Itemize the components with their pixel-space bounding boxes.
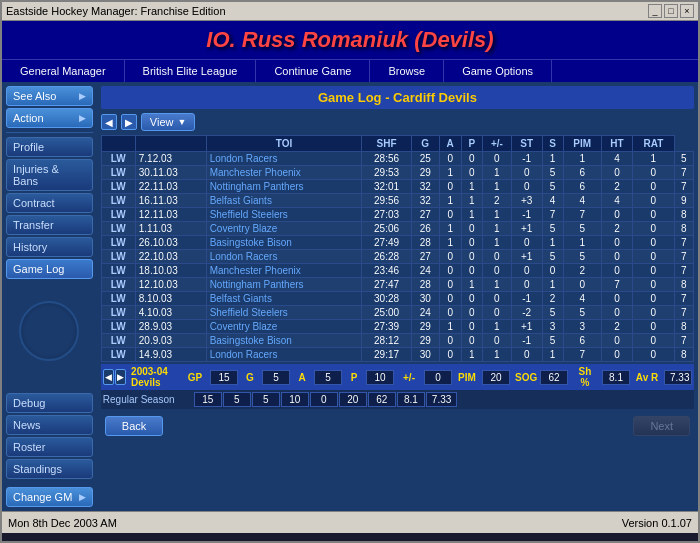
row-shf: 30 (411, 292, 439, 306)
row-p: 1 (482, 222, 511, 236)
nav-browse[interactable]: Browse (370, 60, 444, 82)
summary-next-button[interactable]: ▶ (115, 369, 126, 385)
prev-page-button[interactable]: ◀ (101, 114, 117, 130)
sidebar-item-standings[interactable]: Standings (6, 459, 93, 479)
row-s: 6 (563, 334, 601, 348)
row-toi: 29:17 (362, 348, 411, 362)
row-s: 3 (563, 320, 601, 334)
sidebar-item-transfer[interactable]: Transfer (6, 215, 93, 235)
row-team: Manchester Phoenix (206, 166, 362, 180)
next-page-button[interactable]: ▶ (121, 114, 137, 130)
sidebar-item-profile[interactable]: Profile (6, 137, 93, 157)
summary-pm: 0 (424, 370, 452, 385)
sidebar-item-history[interactable]: History (6, 237, 93, 257)
col-toi: TOI (206, 136, 362, 152)
row-p: 1 (482, 278, 511, 292)
row-a: 0 (461, 152, 482, 166)
row-pm: 0 (511, 278, 542, 292)
summary-sog: 62 (540, 370, 568, 385)
row-g: 0 (439, 250, 461, 264)
row-rat: 7 (674, 250, 693, 264)
nav-general-manager[interactable]: General Manager (2, 60, 125, 82)
row-toi: 28:12 (362, 334, 411, 348)
game-table: TOI SHF G A P +/- ST S PIM HT RAT LW (101, 135, 694, 362)
reg-sog: 62 (368, 392, 396, 407)
row-ht: 0 (633, 348, 674, 362)
row-g: 1 (439, 320, 461, 334)
nav-game-options[interactable]: Game Options (444, 60, 552, 82)
row-a: 1 (461, 278, 482, 292)
table-row: LW 30.11.03 Manchester Phoenix 29:53 29 … (101, 166, 693, 180)
row-team: Coventry Blaze (206, 320, 362, 334)
row-toi: 23:46 (362, 264, 411, 278)
page-title: Game Log - Cardiff Devils (101, 86, 694, 109)
close-button[interactable]: × (680, 4, 694, 18)
pm-header: +/- (395, 372, 423, 383)
row-ht: 0 (633, 306, 674, 320)
table-row: LW 26.10.03 Basingstoke Bison 27:49 28 1… (101, 236, 693, 250)
row-toi: 30:28 (362, 292, 411, 306)
avr-header: Av R (631, 372, 663, 383)
table-row: LW 12.11.03 Sheffield Steelers 27:03 27 … (101, 208, 693, 222)
reg-p: 10 (281, 392, 309, 407)
sidebar-logo (6, 291, 93, 371)
row-pim: 0 (601, 236, 632, 250)
row-pim: 0 (601, 334, 632, 348)
row-pm: -1 (511, 334, 542, 348)
sidebar-item-game-log[interactable]: Game Log (6, 259, 93, 279)
back-button[interactable]: Back (105, 416, 163, 436)
row-g: 0 (439, 208, 461, 222)
change-gm-button[interactable]: Change GM ▶ (6, 487, 93, 507)
row-g: 0 (439, 348, 461, 362)
row-team: Manchester Phoenix (206, 264, 362, 278)
bottom-bar: Back Next (101, 413, 694, 439)
row-s: 7 (563, 348, 601, 362)
row-g: 0 (439, 264, 461, 278)
see-also-button[interactable]: See Also ▶ (6, 86, 93, 106)
row-pim: 7 (601, 278, 632, 292)
row-pm: 0 (511, 166, 542, 180)
row-pm: -1 (511, 208, 542, 222)
action-button[interactable]: Action ▶ (6, 108, 93, 128)
summary-pim: 20 (482, 370, 510, 385)
row-type: LW (101, 152, 135, 166)
row-st: 1 (542, 348, 563, 362)
row-date: 26.10.03 (135, 236, 206, 250)
sidebar-item-injuries-bans[interactable]: Injuries & Bans (6, 159, 93, 191)
row-pm: 0 (511, 180, 542, 194)
row-pim: 0 (601, 348, 632, 362)
sidebar-item-debug[interactable]: Debug (6, 393, 93, 413)
col-pm: +/- (482, 136, 511, 152)
row-st: 5 (542, 166, 563, 180)
summary-prev-button[interactable]: ◀ (103, 369, 114, 385)
sidebar-item-news[interactable]: News (6, 415, 93, 435)
row-team: Belfast Giants (206, 292, 362, 306)
summary-gp: 15 (210, 370, 238, 385)
row-type: LW (101, 348, 135, 362)
row-toi: 26:28 (362, 250, 411, 264)
next-button[interactable]: Next (633, 416, 690, 436)
row-toi: 27:03 (362, 208, 411, 222)
row-toi: 27:47 (362, 278, 411, 292)
row-g: 0 (439, 278, 461, 292)
table-row: LW 14.9.03 London Racers 29:17 30 0 1 1 … (101, 348, 693, 362)
window-controls[interactable]: _ □ × (648, 4, 694, 18)
sidebar-item-contract[interactable]: Contract (6, 193, 93, 213)
sidebar-divider (6, 132, 93, 133)
row-s: 0 (563, 278, 601, 292)
minimize-button[interactable]: _ (648, 4, 662, 18)
nav-continue-game[interactable]: Continue Game (256, 60, 370, 82)
view-dropdown[interactable]: View ▼ (141, 113, 196, 131)
row-p: 1 (482, 236, 511, 250)
row-team: Sheffield Steelers (206, 208, 362, 222)
row-date: 1.11.03 (135, 222, 206, 236)
row-rat: 7 (674, 166, 693, 180)
maximize-button[interactable]: □ (664, 4, 678, 18)
row-st: 5 (542, 306, 563, 320)
row-shf: 29 (411, 320, 439, 334)
player-title: IO. Russ Romaniuk (Devils) (2, 27, 698, 53)
nav-british-elite-league[interactable]: British Elite League (125, 60, 257, 82)
sidebar-item-roster[interactable]: Roster (6, 437, 93, 457)
row-g: 0 (439, 180, 461, 194)
row-type: LW (101, 320, 135, 334)
